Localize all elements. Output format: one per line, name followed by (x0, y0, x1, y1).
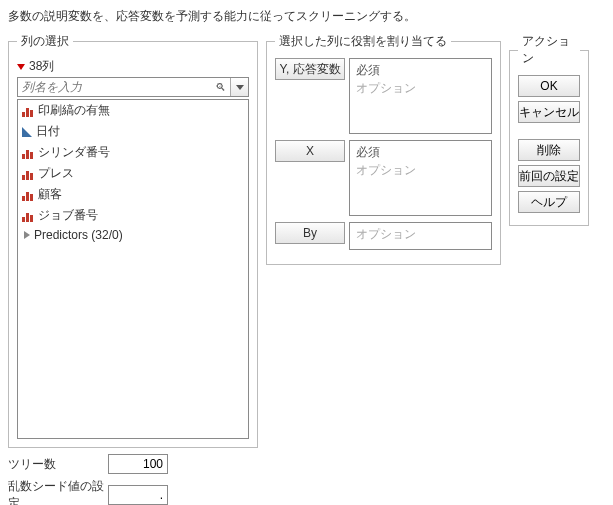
list-item[interactable]: 日付 (18, 121, 248, 142)
list-item-label: シリンダ番号 (38, 144, 110, 161)
nominal-icon (22, 189, 34, 201)
column-filter: 🔍︎ (17, 77, 249, 97)
list-item-label: Predictors (32/0) (34, 228, 123, 242)
continuous-icon (22, 127, 32, 137)
nominal-icon (22, 210, 34, 222)
role-assign-legend: 選択した列に役割を割り当てる (275, 33, 451, 50)
list-item[interactable]: プレス (18, 163, 248, 184)
list-item-label: 印刷縞の有無 (38, 102, 110, 119)
cancel-button[interactable]: キャンセル (518, 101, 580, 123)
column-select-legend: 列の選択 (17, 33, 73, 50)
column-select-group: 列の選択 38列 🔍︎ 印刷縞の有無 日付 シリンダ番号 (8, 33, 258, 448)
optional-label: オプション (356, 79, 485, 97)
optional-label: オプション (356, 225, 485, 243)
column-list[interactable]: 印刷縞の有無 日付 シリンダ番号 プレス 顧客 ジョブ番号 (17, 99, 249, 439)
column-count-row[interactable]: 38列 (17, 58, 249, 75)
list-item-label: 日付 (36, 123, 60, 140)
list-item-label: ジョブ番号 (38, 207, 98, 224)
list-item[interactable]: シリンダ番号 (18, 142, 248, 163)
list-item[interactable]: 印刷縞の有無 (18, 100, 248, 121)
trees-input[interactable] (108, 454, 168, 474)
seed-input[interactable] (108, 485, 168, 505)
column-filter-input[interactable] (18, 78, 210, 96)
nominal-icon (22, 147, 34, 159)
dialog-description: 多数の説明変数を、応答変数を予測する能力に従ってスクリーニングする。 (8, 8, 605, 25)
trees-label: ツリー数 (8, 456, 108, 473)
optional-label: オプション (356, 161, 485, 179)
recall-button[interactable]: 前回の設定 (518, 165, 580, 187)
required-label: 必須 (356, 61, 485, 79)
seed-label: 乱数シード値の設定 (8, 478, 108, 505)
nominal-icon (22, 168, 34, 180)
remove-button[interactable]: 削除 (518, 139, 580, 161)
required-label: 必須 (356, 143, 485, 161)
by-button[interactable]: By (275, 222, 345, 244)
list-item[interactable]: 顧客 (18, 184, 248, 205)
x-button[interactable]: X (275, 140, 345, 162)
y-response-button[interactable]: Y, 応答変数 (275, 58, 345, 80)
help-button[interactable]: ヘルプ (518, 191, 580, 213)
y-response-box[interactable]: 必須 オプション (349, 58, 492, 134)
actions-group: アクション OK キャンセル 削除 前回の設定 ヘルプ (509, 33, 589, 226)
actions-legend: アクション (518, 33, 580, 67)
ok-button[interactable]: OK (518, 75, 580, 97)
list-item-group[interactable]: Predictors (32/0) (18, 226, 248, 244)
parameters: ツリー数 乱数シード値の設定 (8, 454, 605, 505)
disclosure-icon (17, 64, 25, 70)
column-count: 38列 (29, 58, 54, 75)
chevron-down-icon (236, 85, 244, 90)
filter-dropdown-button[interactable] (230, 78, 248, 96)
group-expand-icon (24, 231, 30, 239)
list-item-label: 顧客 (38, 186, 62, 203)
x-box[interactable]: 必須 オプション (349, 140, 492, 216)
by-box[interactable]: オプション (349, 222, 492, 250)
list-item-label: プレス (38, 165, 74, 182)
list-item[interactable]: ジョブ番号 (18, 205, 248, 226)
role-assign-group: 選択した列に役割を割り当てる Y, 応答変数 必須 オプション X 必須 オプシ… (266, 33, 501, 265)
search-icon: 🔍︎ (210, 78, 230, 96)
nominal-icon (22, 105, 34, 117)
